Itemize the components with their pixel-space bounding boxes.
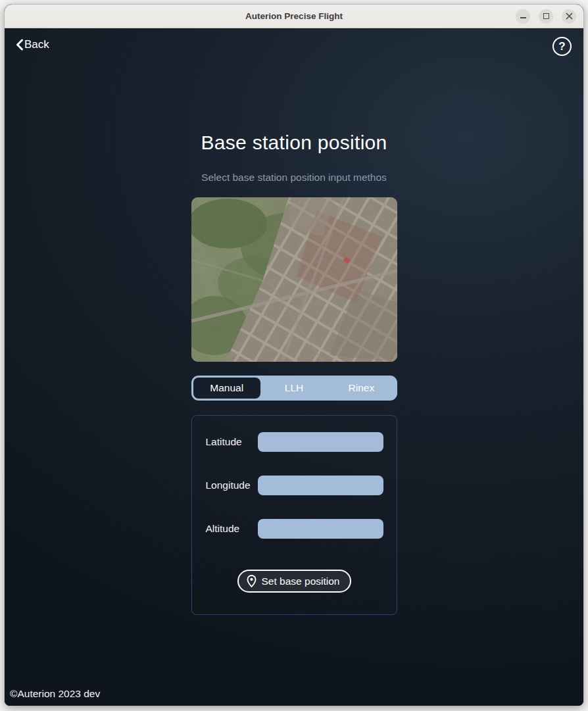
longitude-row: Longitude bbox=[206, 476, 383, 495]
copyright-text: ©Auterion 2023 dev bbox=[10, 688, 100, 700]
app-window: Auterion Precise Flight Back bbox=[4, 4, 584, 706]
longitude-field[interactable] bbox=[258, 476, 383, 495]
main-column: Base station position Select base statio… bbox=[191, 132, 397, 615]
tab-llh[interactable]: LLH bbox=[260, 378, 328, 399]
location-pin-icon bbox=[246, 574, 257, 588]
maximize-icon bbox=[543, 13, 549, 19]
latitude-field[interactable] bbox=[258, 432, 383, 452]
page-subtitle: Select base station position input metho… bbox=[191, 172, 397, 184]
input-method-tabs: Manual LLH Rinex bbox=[191, 376, 397, 401]
close-icon bbox=[566, 12, 573, 20]
latitude-label: Latitude bbox=[206, 436, 242, 448]
window-title: Auterion Precise Flight bbox=[5, 11, 583, 21]
satellite-map-image bbox=[191, 197, 397, 362]
help-button[interactable]: ? bbox=[552, 37, 572, 56]
maximize-button[interactable] bbox=[539, 9, 553, 24]
satellite-map-graphic bbox=[191, 197, 397, 362]
tab-rinex[interactable]: Rinex bbox=[328, 378, 395, 399]
page-title: Base station position bbox=[191, 132, 397, 154]
question-mark-icon: ? bbox=[558, 41, 565, 52]
altitude-label: Altitude bbox=[206, 523, 240, 535]
close-button[interactable] bbox=[562, 9, 576, 24]
altitude-row: Altitude bbox=[206, 519, 383, 539]
back-label: Back bbox=[24, 38, 49, 51]
longitude-label: Longitude bbox=[206, 479, 251, 491]
window-controls bbox=[516, 9, 583, 24]
minimize-icon bbox=[520, 17, 526, 18]
manual-position-form: Latitude Longitude Altitude bbox=[191, 415, 397, 615]
set-base-position-button[interactable]: Set base position bbox=[237, 570, 352, 593]
app-content: Back ? Base station position Select base… bbox=[5, 28, 583, 706]
latitude-row: Latitude bbox=[206, 432, 383, 452]
altitude-field[interactable] bbox=[258, 519, 383, 539]
back-button[interactable]: Back bbox=[12, 37, 52, 53]
minimize-button[interactable] bbox=[516, 9, 530, 24]
tab-manual[interactable]: Manual bbox=[193, 378, 260, 399]
top-navigation: Back ? bbox=[5, 28, 583, 56]
submit-row: Set base position bbox=[206, 570, 383, 593]
titlebar[interactable]: Auterion Precise Flight bbox=[5, 5, 583, 28]
chevron-left-icon bbox=[15, 39, 24, 51]
set-base-position-label: Set base position bbox=[262, 576, 340, 587]
